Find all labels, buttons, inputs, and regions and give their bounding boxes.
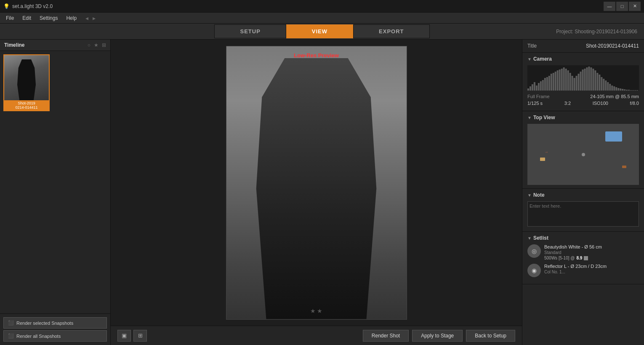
top-view-background: → (527, 124, 639, 185)
svg-rect-22 (572, 76, 573, 91)
setlist-title: Setlist (533, 235, 548, 241)
close-button[interactable]: ✕ (629, 2, 641, 11)
svg-rect-45 (620, 88, 621, 91)
power-value-0: 8.9 (576, 256, 582, 260)
svg-rect-24 (576, 76, 577, 91)
thumbnail-label: Shot-20190214-014411 (4, 100, 49, 110)
svg-rect-10 (546, 77, 548, 91)
svg-rect-47 (624, 89, 625, 91)
svg-rect-39 (607, 82, 609, 91)
apply-to-stage-button[interactable]: Apply to Stage (412, 330, 463, 342)
setlist-info-0: Beautydish White - Ø 56 cm Standard 500W… (544, 244, 639, 260)
svg-rect-48 (626, 90, 628, 91)
camera-chevron: ▼ (527, 57, 532, 62)
tabs: SETUP VIEW EXPORT (214, 24, 429, 38)
svg-rect-27 (582, 70, 584, 91)
window-controls: — □ ✕ (604, 2, 641, 11)
setlist-type-1: Col No. 1... (544, 270, 639, 274)
preview-image: Low-Res Preview ★ ★ (226, 46, 407, 320)
svg-rect-20 (567, 70, 569, 91)
histogram-chart (527, 65, 639, 91)
render-shot-button[interactable]: Render Shot (363, 330, 409, 342)
svg-rect-51 (632, 90, 634, 91)
svg-rect-46 (622, 89, 623, 91)
app-icon: 💡 (3, 3, 10, 9)
setlist-chevron: ▼ (527, 236, 532, 241)
main-layout: Timeline ○ ★ ⊞ Shot-20190214-014411 ⬛ Re… (0, 40, 644, 345)
preview-area: Low-Res Preview ★ ★ (111, 40, 522, 326)
render-selected-icon: ⬛ (8, 320, 14, 326)
svg-rect-26 (580, 72, 582, 91)
tab-bar: SETUP VIEW EXPORT Project: Shooting-2019… (0, 24, 644, 40)
svg-rect-36 (601, 77, 602, 91)
top-view-arrow: → (544, 150, 548, 154)
svg-rect-11 (548, 76, 550, 91)
svg-rect-5 (536, 86, 538, 91)
svg-rect-21 (569, 73, 571, 91)
tab-view[interactable]: VIEW (286, 24, 353, 38)
svg-rect-17 (561, 69, 563, 91)
menu-help[interactable]: Help (62, 14, 81, 22)
menu-file[interactable]: File (2, 14, 18, 22)
tab-export[interactable]: EXPORT (353, 24, 429, 38)
title-label: Title (527, 43, 537, 49)
timeline-footer: ⬛ Render selected Snapshots ⬛ Render all… (0, 313, 110, 345)
star-rating: ★ ★ (310, 308, 323, 314)
menu-edit[interactable]: Edit (18, 14, 35, 22)
svg-rect-6 (538, 83, 540, 91)
note-textarea[interactable] (527, 201, 639, 227)
svg-rect-43 (615, 87, 617, 91)
single-view-button[interactable]: ▣ (117, 330, 131, 342)
svg-rect-18 (563, 67, 565, 91)
setlist-header: ▼ Setlist (527, 235, 639, 241)
svg-rect-50 (630, 90, 632, 91)
preview-controls: ▣ ⊞ Render Shot Apply to Stage Back to S… (111, 326, 522, 345)
setlist-info-1: Reflector L - Ø 23cm / D 23cm Col No. 1.… (544, 264, 639, 275)
grid-icon: ⊞ (102, 42, 106, 48)
grid-view-button[interactable]: ⊞ (133, 330, 147, 342)
svg-rect-42 (613, 86, 615, 91)
thumbnail-image (4, 55, 49, 102)
camera-title: Camera (533, 56, 552, 62)
svg-rect-25 (578, 74, 580, 91)
subject-silhouette (245, 58, 388, 319)
svg-rect-53 (636, 90, 638, 91)
camera-header: ▼ Camera (527, 56, 639, 62)
svg-rect-9 (544, 78, 546, 91)
minimize-button[interactable]: — (604, 2, 615, 11)
setlist-type-0: Standard (544, 250, 639, 255)
render-selected-button[interactable]: ⬛ Render selected Snapshots (3, 317, 107, 329)
snapshot-thumb[interactable]: Shot-20190214-014411 (3, 54, 50, 111)
camera-settings-row: 1/125 s 3:2 ISO100 f/8.0 (527, 101, 639, 106)
svg-rect-31 (590, 67, 592, 91)
power-label-0: 500Ws [5-10] @ (544, 256, 575, 260)
right-panel: Title Shot-20190214-014411 ▼ Camera (522, 40, 644, 345)
title-bar: 💡 set.a.light 3D v2.0 — □ ✕ (0, 0, 644, 13)
maximize-button[interactable]: □ (616, 2, 628, 11)
iso-value: ISO100 (593, 101, 608, 106)
note-title: Note (533, 192, 545, 198)
tab-setup[interactable]: SETUP (214, 24, 286, 38)
timeline-content: Shot-20190214-014411 (0, 51, 110, 313)
svg-rect-2 (530, 86, 531, 91)
setlist-icon-0: ◎ (527, 244, 541, 258)
nav-forward-button[interactable]: ▸ (91, 15, 97, 21)
menu-settings[interactable]: Settings (35, 14, 62, 22)
nav-back-button[interactable]: ◂ (84, 15, 90, 21)
svg-rect-35 (599, 75, 600, 91)
setlist-item-0: ◎ Beautydish White - Ø 56 cm Standard 50… (527, 244, 639, 260)
svg-rect-8 (542, 80, 544, 91)
back-to-setup-button[interactable]: Back to Setup (466, 330, 515, 342)
title-row: Title Shot-20190214-014411 (522, 40, 644, 53)
setlist-section: ▼ Setlist ◎ Beautydish White - Ø 56 cm S… (522, 232, 644, 284)
top-view-title: Top View (533, 115, 555, 120)
top-view-section: ▼ Top View → (522, 111, 644, 189)
svg-rect-44 (617, 88, 619, 91)
svg-rect-1 (527, 88, 529, 91)
camera-section: ▼ Camera (522, 53, 644, 111)
top-view-camera (605, 131, 622, 142)
nav-arrows: ◂ ▸ (84, 15, 97, 21)
svg-rect-33 (594, 70, 596, 91)
render-all-button[interactable]: ⬛ Render all Snapshots (3, 330, 107, 342)
top-view-image: → (527, 124, 639, 185)
